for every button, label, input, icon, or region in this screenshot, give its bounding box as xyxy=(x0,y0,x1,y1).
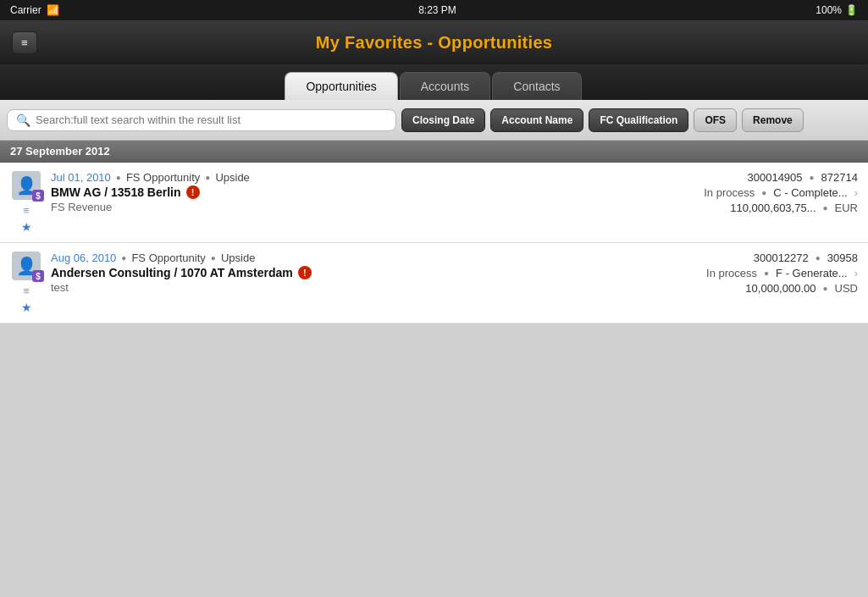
chevron-right-icon: › xyxy=(854,186,858,199)
carrier-label: Carrier xyxy=(10,4,41,16)
opp-qualification: C - Complete... xyxy=(773,186,847,199)
opp-right: 300014905 ● 872714 In process ● C - Comp… xyxy=(638,171,858,234)
opp-status: In process xyxy=(704,186,755,199)
avatar: 👤 $ xyxy=(12,171,41,200)
toolbar: 🔍 Closing Date Account Name FC Qualifica… xyxy=(0,100,868,141)
menu-icon: ≡ xyxy=(21,36,28,49)
opp-id2: 30958 xyxy=(827,252,858,264)
alert-icon: ! xyxy=(298,266,312,279)
opp-line1: Jul 01, 2010 ● FS Opportunity ● Upside xyxy=(51,171,629,184)
ofs-button[interactable]: OFS xyxy=(694,108,737,132)
avatar-col: 👤 $ ≡ ★ xyxy=(10,171,42,234)
opp-amount: 110,000,603,75... xyxy=(730,202,815,214)
star-icon: ★ xyxy=(21,220,32,234)
opp-id1: 300014905 xyxy=(747,171,802,184)
avatar-col: 👤 $ ≡ ★ xyxy=(10,252,42,314)
search-icon: 🔍 xyxy=(16,113,30,127)
tab-accounts[interactable]: Accounts xyxy=(400,72,491,100)
table-row[interactable]: 👤 $ ≡ ★ Jul 01, 2010 ● FS Opportunity ● … xyxy=(0,163,868,243)
chevron-right-icon: › xyxy=(854,267,858,279)
opp-status: In process xyxy=(706,267,757,279)
search-input[interactable] xyxy=(36,113,387,126)
opp-id1: 300012272 xyxy=(754,252,809,264)
opp-line1: Aug 06, 2010 ● FS Opportunity ● Upside xyxy=(51,252,629,264)
opp-account-name: Andersen Consulting / 1070 AT Amsterdam … xyxy=(51,266,629,279)
menu-button[interactable]: ≡ xyxy=(12,31,37,54)
account-name-button[interactable]: Account Name xyxy=(490,108,583,132)
opp-right: 300012272 ● 30958 In process ● F - Gener… xyxy=(638,252,858,314)
opp-account-name: BMW AG / 13518 Berlin ! xyxy=(51,185,629,199)
opp-date: Jul 01, 2010 xyxy=(51,171,111,184)
dollar-icon: $ xyxy=(32,190,44,202)
status-left: Carrier 📶 xyxy=(10,4,59,16)
opp-sublabel: FS Revenue xyxy=(51,201,629,213)
status-right: 100% 🔋 xyxy=(815,4,858,16)
tab-contacts[interactable]: Contacts xyxy=(492,72,581,100)
opp-date: Aug 06, 2010 xyxy=(51,252,116,264)
wifi-icon: 📶 xyxy=(47,4,59,16)
opp-stage: Upside xyxy=(221,252,255,264)
opp-qualification: F - Generate... xyxy=(776,267,848,279)
opp-type: FS Opportunity xyxy=(126,171,200,184)
status-bar: Carrier 📶 8:23 PM 100% 🔋 xyxy=(0,0,868,20)
date-separator: 27 September 2012 xyxy=(0,141,868,163)
time-label: 8:23 PM xyxy=(418,4,456,16)
closing-date-button[interactable]: Closing Date xyxy=(401,108,485,132)
opp-currency: EUR xyxy=(835,202,858,214)
tab-bar: Opportunities Accounts Contacts xyxy=(0,64,868,100)
top-nav: ≡ My Favorites - Opportunities xyxy=(0,20,868,64)
star-icon: ★ xyxy=(21,301,32,314)
lines-icon: ≡ xyxy=(23,285,30,297)
remove-button[interactable]: Remove xyxy=(742,108,804,132)
page-title: My Favorites - Opportunities xyxy=(316,33,553,53)
dollar-icon: $ xyxy=(32,270,44,282)
fc-qualification-button[interactable]: FC Qualification xyxy=(589,108,688,132)
battery-label: 100% xyxy=(815,4,842,16)
opp-type: FS Opportunity xyxy=(131,252,205,264)
search-box[interactable]: 🔍 xyxy=(7,109,396,131)
avatar: 👤 $ xyxy=(12,252,41,280)
lines-icon: ≡ xyxy=(23,204,30,217)
opp-stage: Upside xyxy=(215,171,249,184)
tab-opportunities[interactable]: Opportunities xyxy=(285,72,397,100)
opp-main: Aug 06, 2010 ● FS Opportunity ● Upside A… xyxy=(51,252,629,314)
opp-sublabel: test xyxy=(51,281,629,294)
alert-icon: ! xyxy=(186,185,200,199)
opp-currency: USD xyxy=(835,282,858,295)
opp-main: Jul 01, 2010 ● FS Opportunity ● Upside B… xyxy=(51,171,629,234)
list-area: 👤 $ ≡ ★ Jul 01, 2010 ● FS Opportunity ● … xyxy=(0,163,868,323)
opp-amount: 10,000,000.00 xyxy=(745,282,815,295)
table-row[interactable]: 👤 $ ≡ ★ Aug 06, 2010 ● FS Opportunity ● … xyxy=(0,243,868,323)
opp-id2: 872714 xyxy=(821,171,858,184)
battery-icon: 🔋 xyxy=(845,4,858,16)
